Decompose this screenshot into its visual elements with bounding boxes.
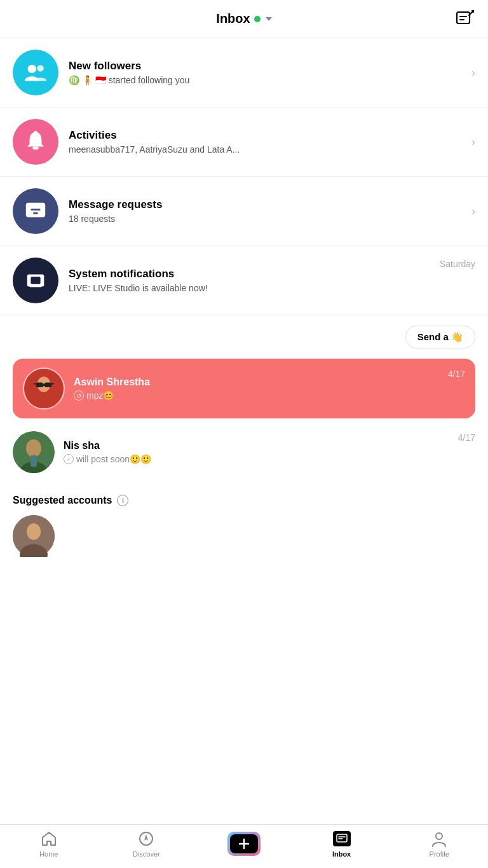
- aswin-preview-text: mpz😊: [86, 390, 114, 401]
- notif-activities[interactable]: Activities meenasubba717, AatriyaSuzu an…: [0, 107, 488, 177]
- compose-button[interactable]: [455, 9, 475, 29]
- nav-create[interactable]: [195, 832, 293, 856]
- suggested-info-icon[interactable]: i: [117, 495, 128, 506]
- notif-activities-title: Activities: [69, 129, 464, 142]
- nisha-avatar-image: [13, 431, 55, 473]
- svg-rect-28: [337, 834, 347, 842]
- inbox-icon-box: [333, 831, 351, 846]
- aswin-msg-content: Aswin Shrestha ↺ mpz😊: [74, 376, 448, 401]
- svg-rect-0: [457, 12, 470, 24]
- activities-chevron-icon: ›: [471, 135, 475, 149]
- message-icon: [24, 199, 48, 223]
- nav-discover[interactable]: Discover: [98, 830, 196, 858]
- notif-new-followers[interactable]: New followers ♍ 🧍 🇮🇩 started following y…: [0, 38, 488, 107]
- svg-rect-9: [30, 277, 40, 284]
- svg-point-29: [436, 833, 442, 839]
- notif-followers-content: New followers ♍ 🧍 🇮🇩 started following y…: [69, 60, 464, 85]
- suggested-title-text: Suggested accounts: [13, 495, 112, 506]
- notif-msg-requests-title: Message requests: [69, 198, 464, 211]
- svg-rect-16: [43, 383, 44, 386]
- header-title-group[interactable]: Inbox: [216, 11, 271, 26]
- send-wave-button[interactable]: Send a 👋: [405, 326, 475, 348]
- inbox-title: Inbox: [216, 11, 250, 26]
- send-wave-row: Send a 👋: [0, 315, 488, 355]
- create-plus-inner: [230, 834, 258, 853]
- aswin-name: Aswin Shrestha: [74, 376, 448, 388]
- inbox-msg-icon-svg: [336, 834, 348, 844]
- notif-system-title: System notifications: [69, 268, 433, 280]
- svg-rect-6: [30, 209, 40, 210]
- aswin-message-wrapper: Aswin Shrestha ↺ mpz😊 4/17: [0, 355, 488, 422]
- aswin-preview: ↺ mpz😊: [74, 390, 448, 401]
- notif-msg-requests-content: Message requests 18 requests: [69, 198, 464, 224]
- svg-point-2: [37, 65, 43, 71]
- followers-emoji2: 🧍: [82, 75, 93, 85]
- compose-icon: [455, 9, 475, 29]
- notif-activities-sub: meenasubba717, AatriyaSuzu and Lata A...: [69, 144, 464, 155]
- svg-rect-10: [30, 286, 42, 287]
- message-item-aswin[interactable]: Aswin Shrestha ↺ mpz😊 4/17: [13, 359, 475, 418]
- nav-inbox[interactable]: Inbox: [293, 830, 391, 858]
- inbox-icon: [333, 830, 351, 848]
- notif-followers-sub: ♍ 🧍 🇮🇩 started following you: [69, 75, 464, 85]
- svg-rect-15: [44, 383, 51, 388]
- nisha-time: 4/17: [458, 431, 475, 443]
- nisha-name: Nis sha: [64, 440, 458, 451]
- svg-rect-14: [36, 383, 43, 388]
- discover-label: Discover: [133, 850, 160, 858]
- nisha-msg-content: Nis sha ✓ will post soon🙂🙂: [64, 440, 458, 464]
- msg-requests-chevron-icon: ›: [471, 205, 475, 218]
- svg-point-1: [28, 65, 36, 73]
- svg-rect-22: [30, 455, 37, 467]
- compass-icon-svg: [137, 830, 155, 848]
- inbox-label: Inbox: [332, 850, 351, 858]
- notif-system[interactable]: System notifications LIVE: LIVE Studio i…: [0, 246, 488, 315]
- aswin-avatar-image: [24, 368, 64, 410]
- info-label: i: [122, 497, 124, 504]
- notif-message-requests[interactable]: Message requests 18 requests ›: [0, 177, 488, 246]
- nisha-check-icon: ✓: [64, 454, 74, 464]
- suggested-account-1[interactable]: [13, 515, 55, 557]
- nav-home[interactable]: Home: [0, 830, 98, 858]
- svg-rect-7: [33, 212, 38, 214]
- notif-activities-content: Activities meenasubba717, AatriyaSuzu an…: [69, 129, 464, 155]
- chevron-down-icon: [266, 17, 272, 21]
- notif-system-sub: LIVE: LIVE Studio is available now!: [69, 283, 433, 293]
- plus-icon: [237, 837, 251, 851]
- followers-emoji3: 🇮🇩: [95, 75, 106, 85]
- message-item-nisha[interactable]: Nis sha ✓ will post soon🙂🙂 4/17: [0, 422, 488, 482]
- nav-profile[interactable]: Profile: [390, 830, 488, 858]
- followers-emoji1: ♍: [69, 75, 79, 85]
- notification-list: New followers ♍ 🧍 🇮🇩 started following y…: [0, 38, 488, 315]
- notif-msg-requests-sub: 18 requests: [69, 214, 464, 224]
- suggested-title: Suggested accounts i: [13, 495, 475, 506]
- person-icon-svg: [430, 830, 448, 848]
- home-icon-svg: [40, 830, 58, 848]
- system-icon: [24, 268, 48, 293]
- nisha-avatar: [13, 431, 55, 473]
- followers-text: started following you: [109, 75, 190, 85]
- profile-label: Profile: [430, 850, 449, 858]
- compass-icon: [137, 830, 155, 848]
- status-dot-icon: [254, 16, 261, 22]
- svg-rect-18: [51, 383, 54, 385]
- bottom-navigation: Home Discover: [0, 824, 488, 868]
- svg-rect-3: [32, 147, 39, 150]
- nisha-preview: ✓ will post soon🙂🙂: [64, 454, 458, 464]
- home-label: Home: [39, 850, 58, 858]
- svg-point-4: [34, 131, 37, 135]
- message-requests-avatar: [13, 188, 58, 234]
- aswin-avatar: [23, 368, 65, 410]
- notif-system-content: System notifications LIVE: LIVE Studio i…: [69, 268, 433, 293]
- system-avatar: [13, 258, 58, 303]
- bell-icon: [24, 130, 48, 154]
- followers-chevron-icon: ›: [471, 66, 475, 79]
- nisha-avatar-svg: [13, 431, 55, 473]
- create-button[interactable]: [227, 832, 261, 856]
- nisha-preview-text: will post soon🙂🙂: [76, 454, 151, 464]
- person-icon: [430, 830, 448, 848]
- message-list: Aswin Shrestha ↺ mpz😊 4/17: [0, 355, 488, 482]
- svg-point-24: [27, 523, 41, 540]
- suggested-avatar-row: [13, 515, 475, 557]
- people-icon: [24, 60, 48, 85]
